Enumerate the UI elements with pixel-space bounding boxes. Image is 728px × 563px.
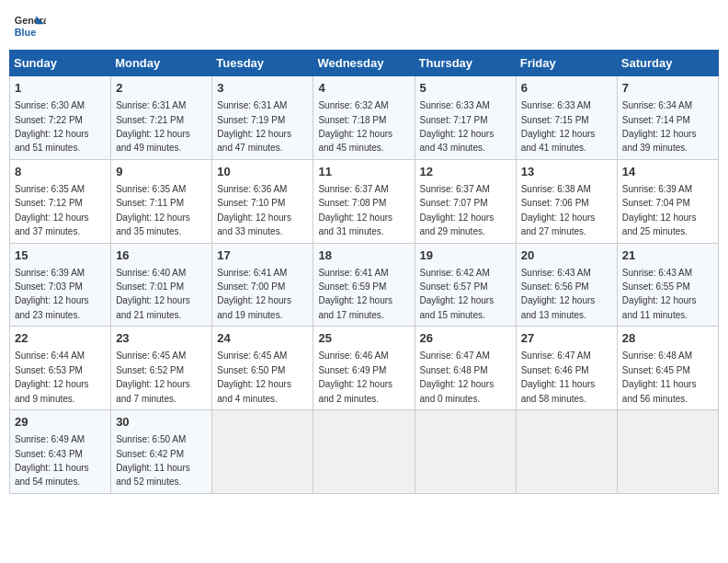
- calendar-cell: 8Sunrise: 6:35 AMSunset: 7:12 PMDaylight…: [10, 159, 111, 243]
- calendar-cell: 10Sunrise: 6:36 AMSunset: 7:10 PMDayligh…: [212, 159, 313, 243]
- calendar-week-row: 29Sunrise: 6:49 AMSunset: 6:43 PMDayligh…: [10, 410, 719, 494]
- cell-info: Sunrise: 6:47 AMSunset: 6:48 PMDaylight:…: [420, 350, 495, 403]
- cell-info: Sunrise: 6:48 AMSunset: 6:45 PMDaylight:…: [622, 350, 697, 403]
- calendar-cell: 25Sunrise: 6:46 AMSunset: 6:49 PMDayligh…: [313, 327, 415, 410]
- cell-info: Sunrise: 6:47 AMSunset: 6:46 PMDaylight:…: [521, 350, 596, 403]
- cell-info: Sunrise: 6:45 AMSunset: 6:52 PMDaylight:…: [116, 350, 190, 403]
- header-cell-monday: Monday: [111, 51, 212, 76]
- day-number: 26: [420, 330, 511, 347]
- day-number: 20: [521, 247, 612, 264]
- cell-info: Sunrise: 6:36 AMSunset: 7:10 PMDaylight:…: [217, 184, 291, 236]
- day-number: 10: [217, 164, 308, 180]
- calendar-cell: 14Sunrise: 6:39 AMSunset: 7:04 PMDayligh…: [617, 159, 718, 243]
- day-number: 14: [622, 164, 713, 180]
- calendar-cell: 9Sunrise: 6:35 AMSunset: 7:11 PMDaylight…: [111, 159, 212, 243]
- calendar-cell: 27Sunrise: 6:47 AMSunset: 6:46 PMDayligh…: [516, 327, 617, 410]
- calendar-cell: 7Sunrise: 6:34 AMSunset: 7:14 PMDaylight…: [617, 76, 718, 160]
- cell-info: Sunrise: 6:33 AMSunset: 7:15 PMDaylight:…: [521, 100, 596, 153]
- header-row: SundayMondayTuesdayWednesdayThursdayFrid…: [10, 51, 719, 76]
- calendar-cell: 4Sunrise: 6:32 AMSunset: 7:18 PMDaylight…: [313, 76, 415, 160]
- cell-info: Sunrise: 6:32 AMSunset: 7:18 PMDaylight:…: [318, 100, 392, 153]
- calendar-table: SundayMondayTuesdayWednesdayThursdayFrid…: [9, 50, 719, 494]
- calendar-cell: 20Sunrise: 6:43 AMSunset: 6:56 PMDayligh…: [516, 243, 617, 327]
- calendar-cell: [617, 410, 718, 494]
- calendar-cell: 21Sunrise: 6:43 AMSunset: 6:55 PMDayligh…: [617, 243, 718, 327]
- logo-icon: General Blue: [13, 9, 46, 42]
- day-number: 13: [521, 164, 612, 180]
- calendar-cell: 12Sunrise: 6:37 AMSunset: 7:07 PMDayligh…: [415, 159, 516, 243]
- day-number: 1: [15, 80, 106, 97]
- calendar-cell: 13Sunrise: 6:38 AMSunset: 7:06 PMDayligh…: [516, 159, 617, 243]
- calendar-cell: 23Sunrise: 6:45 AMSunset: 6:52 PMDayligh…: [111, 327, 212, 410]
- calendar-cell: 30Sunrise: 6:50 AMSunset: 6:42 PMDayligh…: [111, 410, 212, 494]
- day-number: 30: [116, 414, 207, 431]
- cell-info: Sunrise: 6:44 AMSunset: 6:53 PMDaylight:…: [15, 350, 89, 403]
- calendar-cell: 15Sunrise: 6:39 AMSunset: 7:03 PMDayligh…: [10, 243, 111, 327]
- calendar-cell: 16Sunrise: 6:40 AMSunset: 7:01 PMDayligh…: [111, 243, 212, 327]
- cell-info: Sunrise: 6:39 AMSunset: 7:04 PMDaylight:…: [622, 184, 697, 236]
- day-number: 3: [217, 80, 308, 97]
- cell-info: Sunrise: 6:37 AMSunset: 7:08 PMDaylight:…: [318, 184, 392, 236]
- day-number: 2: [116, 80, 207, 97]
- calendar-cell: 11Sunrise: 6:37 AMSunset: 7:08 PMDayligh…: [313, 159, 415, 243]
- calendar-week-row: 15Sunrise: 6:39 AMSunset: 7:03 PMDayligh…: [10, 243, 719, 327]
- header-cell-wednesday: Wednesday: [313, 51, 415, 76]
- calendar-cell: 6Sunrise: 6:33 AMSunset: 7:15 PMDaylight…: [516, 76, 617, 160]
- cell-info: Sunrise: 6:50 AMSunset: 6:42 PMDaylight:…: [116, 434, 190, 487]
- day-number: 29: [15, 414, 106, 431]
- day-number: 24: [217, 330, 308, 347]
- cell-info: Sunrise: 6:45 AMSunset: 6:50 PMDaylight:…: [217, 350, 291, 403]
- cell-info: Sunrise: 6:41 AMSunset: 6:59 PMDaylight:…: [318, 268, 392, 320]
- cell-info: Sunrise: 6:40 AMSunset: 7:01 PMDaylight:…: [116, 268, 190, 320]
- cell-info: Sunrise: 6:43 AMSunset: 6:55 PMDaylight:…: [622, 268, 697, 320]
- calendar-cell: 2Sunrise: 6:31 AMSunset: 7:21 PMDaylight…: [111, 76, 212, 160]
- cell-info: Sunrise: 6:34 AMSunset: 7:14 PMDaylight:…: [622, 100, 697, 153]
- svg-text:General: General: [15, 15, 46, 26]
- calendar-cell: 5Sunrise: 6:33 AMSunset: 7:17 PMDaylight…: [415, 76, 516, 160]
- calendar-week-row: 22Sunrise: 6:44 AMSunset: 6:53 PMDayligh…: [10, 327, 719, 410]
- calendar-cell: 22Sunrise: 6:44 AMSunset: 6:53 PMDayligh…: [10, 327, 111, 410]
- cell-info: Sunrise: 6:46 AMSunset: 6:49 PMDaylight:…: [318, 350, 392, 403]
- cell-info: Sunrise: 6:38 AMSunset: 7:06 PMDaylight:…: [521, 184, 596, 236]
- day-number: 5: [420, 80, 511, 97]
- cell-info: Sunrise: 6:39 AMSunset: 7:03 PMDaylight:…: [15, 268, 89, 320]
- day-number: 22: [15, 330, 106, 347]
- calendar-cell: 28Sunrise: 6:48 AMSunset: 6:45 PMDayligh…: [617, 327, 718, 410]
- day-number: 12: [420, 164, 511, 180]
- calendar-cell: 3Sunrise: 6:31 AMSunset: 7:19 PMDaylight…: [212, 76, 313, 160]
- day-number: 16: [116, 247, 207, 264]
- page-header: General Blue: [9, 9, 719, 42]
- day-number: 7: [622, 80, 713, 97]
- calendar-cell: 18Sunrise: 6:41 AMSunset: 6:59 PMDayligh…: [313, 243, 415, 327]
- calendar-cell: 19Sunrise: 6:42 AMSunset: 6:57 PMDayligh…: [415, 243, 516, 327]
- day-number: 17: [217, 247, 308, 264]
- calendar-cell: 17Sunrise: 6:41 AMSunset: 7:00 PMDayligh…: [212, 243, 313, 327]
- header-cell-friday: Friday: [516, 51, 617, 76]
- calendar-cell: 1Sunrise: 6:30 AMSunset: 7:22 PMDaylight…: [10, 76, 111, 160]
- calendar-cell: 24Sunrise: 6:45 AMSunset: 6:50 PMDayligh…: [212, 327, 313, 410]
- calendar-cell: 29Sunrise: 6:49 AMSunset: 6:43 PMDayligh…: [10, 410, 111, 494]
- cell-info: Sunrise: 6:35 AMSunset: 7:12 PMDaylight:…: [15, 184, 89, 236]
- svg-text:Blue: Blue: [15, 27, 36, 38]
- cell-info: Sunrise: 6:43 AMSunset: 6:56 PMDaylight:…: [521, 268, 596, 320]
- calendar-week-row: 1Sunrise: 6:30 AMSunset: 7:22 PMDaylight…: [10, 76, 719, 160]
- cell-info: Sunrise: 6:35 AMSunset: 7:11 PMDaylight:…: [116, 184, 190, 236]
- cell-info: Sunrise: 6:33 AMSunset: 7:17 PMDaylight:…: [420, 100, 495, 153]
- cell-info: Sunrise: 6:37 AMSunset: 7:07 PMDaylight:…: [420, 184, 495, 236]
- cell-info: Sunrise: 6:41 AMSunset: 7:00 PMDaylight:…: [217, 268, 291, 320]
- day-number: 11: [318, 164, 409, 180]
- day-number: 21: [622, 247, 713, 264]
- day-number: 8: [15, 164, 106, 180]
- day-number: 18: [318, 247, 409, 264]
- day-number: 27: [521, 330, 612, 347]
- calendar-cell: [415, 410, 516, 494]
- day-number: 15: [15, 247, 106, 264]
- header-cell-tuesday: Tuesday: [212, 51, 313, 76]
- cell-info: Sunrise: 6:31 AMSunset: 7:19 PMDaylight:…: [217, 100, 291, 153]
- logo: General Blue: [13, 9, 46, 42]
- cell-info: Sunrise: 6:42 AMSunset: 6:57 PMDaylight:…: [420, 268, 495, 320]
- day-number: 9: [116, 164, 207, 180]
- day-number: 19: [420, 247, 511, 264]
- day-number: 28: [622, 330, 713, 347]
- calendar-cell: 26Sunrise: 6:47 AMSunset: 6:48 PMDayligh…: [415, 327, 516, 410]
